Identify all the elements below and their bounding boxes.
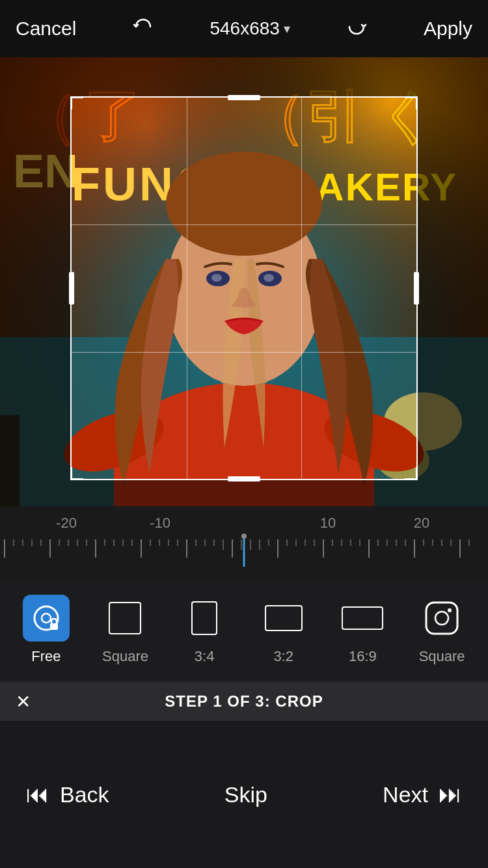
- crop-option-square[interactable]: Square: [96, 595, 154, 665]
- crop-169-label: 16:9: [349, 648, 377, 665]
- svg-text:了: 了: [85, 83, 143, 148]
- svg-text:（: （: [20, 83, 78, 148]
- back-start-icon: ⏮: [26, 781, 49, 808]
- svg-text:引: 引: [306, 83, 364, 148]
- next-end-icon: ⏭: [439, 781, 462, 808]
- ruler-center-dot: [241, 534, 247, 539]
- crop-169-shape: [342, 606, 383, 630]
- svg-point-25: [211, 274, 222, 282]
- crop-square-shape: [109, 602, 141, 634]
- close-step-button[interactable]: ✕: [16, 691, 31, 712]
- svg-point-26: [264, 274, 274, 282]
- rotation-ruler[interactable]: -20 -10 10 20: [0, 506, 488, 578]
- crop-34-label: 3:4: [195, 648, 215, 665]
- next-label[interactable]: Next: [383, 782, 428, 807]
- crop-free-icon-box: [23, 595, 70, 642]
- step-bar: ✕ STEP 1 OF 3: CROP: [0, 682, 488, 721]
- next-group[interactable]: Next ⏭: [383, 781, 462, 808]
- crop-square-icon-box: [102, 595, 148, 642]
- crop-square-label: Square: [102, 648, 148, 665]
- svg-rect-30: [426, 603, 457, 634]
- crop-options-bar: Free Square 3:4 3:2 16:9: [0, 578, 488, 682]
- crop-option-3-2[interactable]: 3:2: [254, 595, 313, 665]
- svg-point-22: [166, 152, 322, 256]
- crop-32-icon-box: [260, 595, 307, 642]
- crop-34-icon-box: [181, 595, 228, 642]
- apply-button[interactable]: Apply: [424, 18, 472, 40]
- ruler-labels: -20 -10 10 20: [0, 515, 488, 532]
- svg-text:（: （: [247, 83, 306, 148]
- svg-point-32: [448, 608, 452, 612]
- back-label[interactable]: Back: [60, 782, 109, 807]
- crop-32-shape: [265, 605, 303, 631]
- top-bar: Cancel 546x683 ▾ Apply: [0, 0, 488, 57]
- redo-button[interactable]: [346, 16, 367, 42]
- back-group[interactable]: ⏮ Back: [26, 781, 109, 808]
- crop-option-16-9[interactable]: 16:9: [333, 595, 392, 665]
- cancel-button[interactable]: Cancel: [16, 18, 76, 40]
- crop-34-shape: [191, 601, 217, 635]
- svg-text:EN: EN: [13, 145, 78, 197]
- svg-rect-15: [0, 415, 20, 506]
- bottom-navigation: ⏮ Back Skip Next ⏭: [0, 721, 488, 868]
- dimension-dropdown-arrow: ▾: [284, 21, 290, 36]
- crop-free-label: Free: [31, 648, 61, 665]
- crop-169-icon-box: [339, 595, 386, 642]
- crop-instagram-icon-box: [418, 595, 465, 642]
- crop-32-label: 3:2: [274, 648, 294, 665]
- crop-option-instagram[interactable]: Square: [413, 595, 471, 665]
- crop-option-free[interactable]: Free: [17, 595, 75, 665]
- svg-point-28: [42, 614, 51, 623]
- crop-option-3-4[interactable]: 3:4: [175, 595, 234, 665]
- svg-text:く: く: [377, 83, 437, 148]
- image-area: （ 了 （ 引 く FUNG BAKERY EN: [0, 57, 488, 506]
- dimension-display[interactable]: 546x683 ▾: [210, 18, 290, 39]
- ruler-track[interactable]: [0, 537, 488, 569]
- ruler-indicator: [243, 537, 245, 567]
- step-text: STEP 1 OF 3: CROP: [165, 692, 323, 711]
- svg-rect-29: [50, 623, 58, 630]
- rotate-button[interactable]: [133, 16, 154, 42]
- svg-point-31: [435, 612, 448, 625]
- crop-instagram-label: Square: [419, 648, 465, 665]
- skip-button[interactable]: Skip: [224, 782, 267, 807]
